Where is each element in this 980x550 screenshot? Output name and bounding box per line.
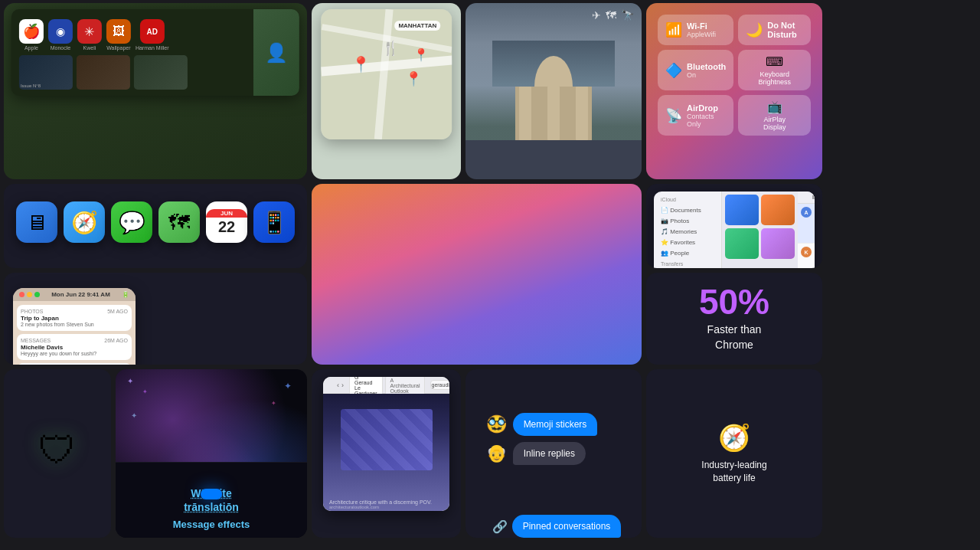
messages-card: 🥸 Memoji stickers 👴 Inline replies 🔗 Pin… — [466, 369, 642, 538]
privacy-shield-icon: 🛡 — [38, 428, 77, 473]
cc-keyboard: ⌨ KeyboardBrightness — [738, 50, 811, 90]
dock-safari: 🧭 — [64, 201, 105, 243]
fav-kweli: ✳ Kweli — [77, 19, 102, 51]
app-design-card: iCloud 📄 Documents 📷 Photos 🎵 Memories ⭐… — [646, 184, 822, 268]
battery-life-card: 🧭 Industry-leadingbattery life — [646, 369, 822, 538]
cc-bluetooth: 🔷 Bluetooth On — [658, 50, 733, 90]
cc-airplay: 📺 AirPlayDisplay — [738, 95, 811, 136]
macos-card — [312, 184, 642, 365]
faster-chrome-card: 50% Faster thanChrome — [646, 273, 822, 365]
inline-replies-bubble: Inline replies — [513, 442, 586, 465]
fav-apple: 🍎 Apple — [19, 19, 44, 51]
memoji-bubble: Memoji stickers — [513, 413, 598, 436]
control-center-card: 📶 Wi-Fi AppleWifi 🌙 Do Not Disturb 🔷 Blu… — [646, 3, 822, 179]
cc-wifi: 📶 Wi-Fi AppleWifi — [658, 15, 733, 45]
start-page-card: 👤 🍎 Apple ◉ Monocle ✳ Kweli 🖼 Wal — [4, 3, 307, 179]
message-effects-label: Message effects — [173, 519, 250, 530]
dock-appstore: 📱 — [253, 201, 295, 243]
look-around-card: ✈ 🗺 🔭 — [466, 3, 642, 179]
maps-card: MANHATTAN 📍 🍴 📍 📍 — [312, 3, 461, 179]
fav-wallpaper: 🖼 Wallpaper — [106, 19, 131, 51]
fav-ad: AD Harman Miller — [136, 19, 169, 51]
privacy-card: 🛡 — [4, 369, 111, 538]
dock-card: 🖥 🧭 💬 🗺 JUN 22 📱 — [4, 184, 307, 268]
dock-messages: 💬 — [111, 201, 152, 243]
message-effects-card: ✦ ✦ ✦ ✦ ✦ Message effects Wēbsitetrānsla… — [116, 369, 307, 538]
notification-card: Mon Jun 22 9:41 AM 🔋 PHOTOS 5m ago Trip … — [4, 273, 307, 365]
dock-calendar: JUN 22 — [206, 201, 247, 243]
fav-monocle: ◉ Monocle — [48, 19, 73, 51]
dock-maps: 🗺 — [158, 201, 200, 243]
website-previews-card: ‹ › G Geraud Le Garduner A Architectural… — [312, 369, 461, 538]
message-effects-bubble — [201, 489, 222, 499]
dock-finder: 🖥 — [16, 201, 57, 243]
pinned-bubble: Pinned conversations — [512, 515, 622, 538]
cc-dnd: 🌙 Do Not Disturb — [738, 15, 811, 45]
cc-airdrop: 📡 AirDrop Contacts Only — [658, 95, 733, 136]
